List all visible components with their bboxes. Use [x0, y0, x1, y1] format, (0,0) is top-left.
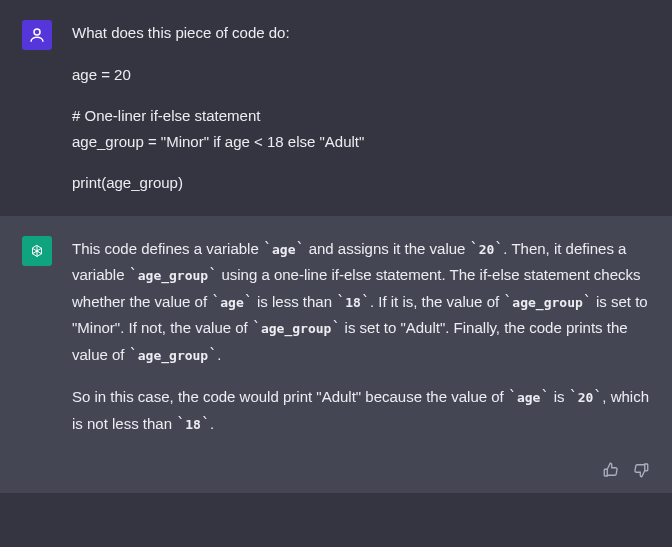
- code-inline: age_group: [138, 268, 208, 283]
- thumbs-up-icon: [602, 461, 620, 479]
- thumbs-down-button[interactable]: [632, 461, 650, 479]
- code-inline: age_group: [138, 348, 208, 363]
- openai-icon: [28, 242, 46, 260]
- code-inline: age_group: [512, 295, 582, 310]
- thumbs-up-button[interactable]: [602, 461, 620, 479]
- assistant-paragraph-1: This code defines a variable `age` and a…: [72, 236, 650, 369]
- assistant-paragraph-2: So in this case, the code would print "A…: [72, 384, 650, 437]
- text: This code defines a variable: [72, 240, 263, 257]
- code-line: age = 20: [72, 62, 650, 88]
- assistant-content: This code defines a variable `age` and a…: [72, 236, 650, 438]
- text: and assigns it the value: [305, 240, 470, 257]
- user-content: What does this piece of code do: age = 2…: [72, 20, 650, 196]
- text: .: [217, 346, 221, 363]
- code-inline: 20: [479, 242, 495, 257]
- thumbs-down-icon: [632, 461, 650, 479]
- code-inline: age: [220, 295, 243, 310]
- code-block: # One-liner if-else statement age_group …: [72, 103, 650, 154]
- code-inline: age_group: [261, 321, 331, 336]
- person-icon: [28, 26, 46, 44]
- code-inline: 20: [578, 390, 594, 405]
- code-line: age_group = "Minor" if age < 18 else "Ad…: [72, 133, 364, 150]
- code-inline: age: [272, 242, 295, 257]
- user-question: What does this piece of code do:: [72, 20, 650, 46]
- code-inline: age: [517, 390, 540, 405]
- svg-point-0: [34, 29, 40, 35]
- text: So in this case, the code would print "A…: [72, 388, 508, 405]
- code-inline: 18: [185, 417, 201, 432]
- text: is: [549, 388, 568, 405]
- text: .: [210, 415, 214, 432]
- text: . If it is, the value of: [370, 293, 503, 310]
- assistant-avatar: [22, 236, 52, 266]
- code-inline: 18: [345, 295, 361, 310]
- code-line: # One-liner if-else statement: [72, 107, 260, 124]
- code-line: print(age_group): [72, 170, 650, 196]
- user-message: What does this piece of code do: age = 2…: [0, 0, 672, 216]
- user-avatar: [22, 20, 52, 50]
- text: is less than: [253, 293, 336, 310]
- feedback-bar: [0, 457, 672, 493]
- assistant-message: This code defines a variable `age` and a…: [0, 216, 672, 458]
